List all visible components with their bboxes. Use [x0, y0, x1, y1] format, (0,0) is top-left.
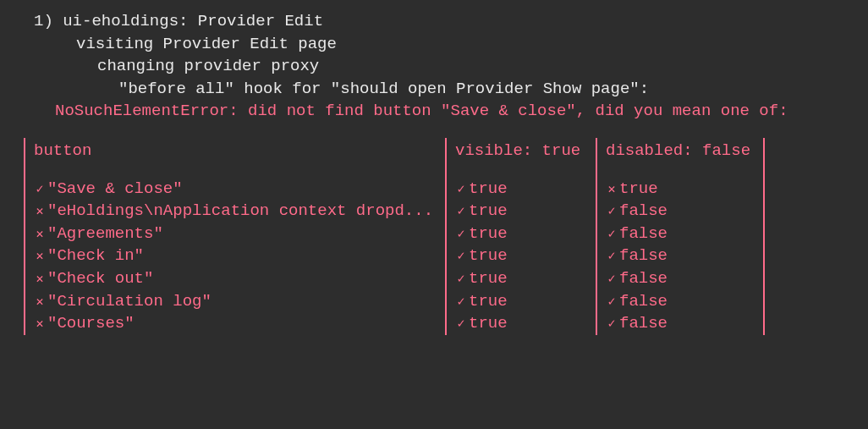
cross-icon — [34, 290, 46, 313]
visible-text: true — [469, 201, 508, 220]
test-hook: "before all" hook for "should open Provi… — [17, 78, 851, 101]
cell-disabled: false — [596, 245, 765, 267]
cross-icon — [34, 200, 46, 223]
check-icon — [606, 267, 618, 290]
cell-button: "Check in" — [24, 245, 447, 267]
candidates-table: button visible: true disabled: false "Sa… — [17, 138, 851, 335]
table-row: "eHoldings\nApplication context dropd...… — [24, 200, 851, 223]
cell-disabled: true — [596, 178, 765, 201]
visible-text: true — [469, 179, 508, 198]
disabled-text: false — [619, 246, 667, 265]
button-text: "Check out" — [47, 269, 153, 288]
test-context-1: visiting Provider Edit page — [17, 33, 851, 56]
check-icon — [455, 245, 467, 267]
cell-visible: true — [445, 267, 597, 290]
disabled-text: true — [619, 179, 658, 198]
table-separator — [24, 164, 851, 178]
test-suite-name: ui-eholdings: Provider Edit — [63, 12, 323, 30]
cell-button: "Check out" — [24, 267, 447, 290]
button-text: "Check in" — [47, 246, 144, 265]
disabled-text: false — [619, 292, 667, 311]
visible-text: true — [469, 292, 508, 311]
check-icon — [606, 200, 618, 223]
table-row: "Agreements"truefalse — [24, 223, 851, 245]
visible-text: true — [469, 246, 508, 265]
check-icon — [455, 223, 467, 245]
cell-button: "Agreements" — [24, 223, 447, 245]
table-row: "Check in"truefalse — [24, 245, 851, 267]
button-text: "Courses" — [47, 314, 135, 333]
disabled-text: false — [619, 314, 667, 333]
cell-disabled: false — [596, 200, 765, 223]
table-header-row: button visible: true disabled: false — [24, 138, 851, 164]
check-icon — [455, 200, 467, 223]
table-row: "Check out"truefalse — [24, 267, 851, 290]
cell-visible: true — [445, 223, 597, 245]
cell-button: "Courses" — [24, 312, 447, 335]
visible-text: true — [469, 314, 508, 333]
disabled-text: false — [619, 224, 667, 243]
cell-button: "Save & close" — [24, 178, 447, 201]
table-row: "Courses"truefalse — [24, 312, 851, 335]
check-icon — [455, 178, 467, 201]
cell-visible: true — [445, 178, 597, 201]
cell-visible: true — [445, 200, 597, 223]
button-text: "eHoldings\nApplication context dropd... — [47, 201, 433, 220]
cross-icon — [606, 178, 618, 201]
check-icon — [606, 223, 618, 245]
check-icon — [606, 312, 618, 335]
cell-visible: true — [445, 245, 597, 267]
button-text: "Agreements" — [47, 224, 163, 243]
check-icon — [455, 290, 467, 313]
cross-icon — [34, 223, 46, 245]
cell-disabled: false — [596, 312, 765, 335]
check-icon — [455, 312, 467, 335]
test-number: 1) — [34, 12, 53, 30]
visible-text: true — [469, 269, 508, 288]
cell-disabled: false — [596, 223, 765, 245]
cross-icon — [34, 312, 46, 335]
header-button: button — [24, 138, 447, 164]
test-suite-line: 1) ui-eholdings: Provider Edit — [17, 10, 851, 33]
check-icon — [34, 178, 46, 201]
cell-button: "Circulation log" — [24, 290, 447, 313]
button-text: "Save & close" — [47, 179, 183, 198]
disabled-text: false — [619, 201, 667, 220]
button-text: "Circulation log" — [47, 292, 212, 311]
visible-text: true — [469, 224, 508, 243]
cell-disabled: false — [596, 267, 765, 290]
table-row: "Circulation log"truefalse — [24, 290, 851, 313]
cell-disabled: false — [596, 290, 765, 313]
header-disabled: disabled: false — [596, 138, 765, 164]
check-icon — [455, 267, 467, 290]
error-message: NoSuchElementError: did not find button … — [17, 100, 851, 123]
check-icon — [606, 290, 618, 313]
cell-visible: true — [445, 312, 597, 335]
disabled-text: false — [619, 269, 667, 288]
header-visible: visible: true — [445, 138, 597, 164]
cross-icon — [34, 245, 46, 267]
cell-visible: true — [445, 290, 597, 313]
cross-icon — [34, 267, 46, 290]
cell-button: "eHoldings\nApplication context dropd... — [24, 200, 447, 223]
test-context-2: changing provider proxy — [17, 55, 851, 78]
table-row: "Save & close"truetrue — [24, 178, 851, 201]
check-icon — [606, 245, 618, 267]
